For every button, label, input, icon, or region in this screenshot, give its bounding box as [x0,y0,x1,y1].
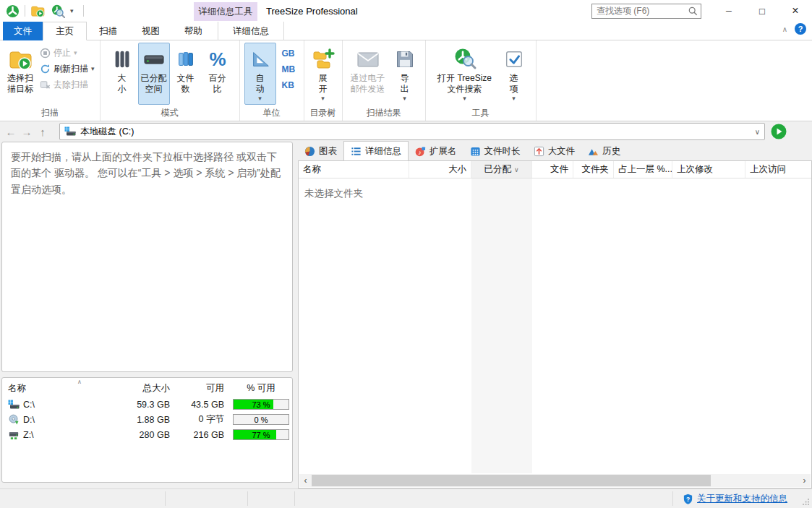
svg-text:♪: ♪ [418,148,421,155]
tab-history[interactable]: 历史 [581,142,627,160]
scan-small-buttons: 停止▾ 刷新扫描▾ 去除扫描 [38,43,97,92]
drives-col-total[interactable]: 总大小 [111,382,176,395]
tab-file-age[interactable]: 文件时长 [463,142,527,160]
col-last-modified[interactable]: 上次修改 [672,161,745,178]
cd-drive-icon [8,414,20,425]
tab-file[interactable]: 文件 [3,22,43,40]
col-files[interactable]: 文件 [532,161,573,178]
scroll-left-icon[interactable]: ‹ [299,474,312,487]
scrollbar-track[interactable] [312,474,798,487]
sort-dropdown-icon: ∨ [514,166,519,173]
start-scan-button[interactable] [771,124,787,139]
col-name[interactable]: 名称 [299,161,409,178]
drive-free: 216 GB [176,430,230,440]
unit-auto-button[interactable]: 自 动▾ [244,43,276,105]
tab-top-files[interactable]: 大文件 [527,142,582,160]
mode-percent-button[interactable]: % 百分 比 [202,43,234,105]
col-last-accessed[interactable]: 上次访问 [745,161,811,178]
help-button[interactable]: ? [795,23,806,35]
tab-scan[interactable]: 扫描 [87,22,129,40]
remove-scan-button[interactable]: 去除扫描 [38,77,97,92]
size-bars-icon [110,47,134,72]
drives-header: ∧ 名称 总大小 可用 % 可用 [2,378,292,397]
tab-details-view[interactable]: 详细信息 [343,141,409,160]
open-file-search-button[interactable]: 打开 TreeSize 文件搜索▾ [432,43,498,105]
tab-details[interactable]: 详细信息 [218,22,284,40]
update-info: ? 关于更新和支持的信息 [683,489,787,508]
status-separator [672,491,673,506]
mode-file-count-button[interactable]: 文件 数 [170,43,202,105]
collapse-ribbon-button[interactable]: ∧ [782,25,787,33]
path-combobox[interactable]: 本地磁盘 (C:) ∨ [59,123,765,140]
group-label-tree: 目录树 [304,107,342,119]
toolbar-separator [83,5,84,17]
scrollbar-thumb[interactable] [312,475,711,486]
current-path: 本地磁盘 (C:) [80,126,751,138]
expand-button[interactable]: 展 开▾ [307,43,339,105]
forward-button[interactable]: → [19,123,35,140]
ribbon-group-tree: 展 开▾ 目录树 [304,40,343,121]
details-columns: 名称 大小 已分配∨ 文件 文件夹 占上一层 %... 上次修改 上次访问 [299,161,811,178]
folder-play-icon [8,47,33,72]
update-support-link[interactable]: 关于更新和支持的信息 [697,493,787,505]
stop-icon [40,48,51,59]
back-button[interactable]: ← [3,123,19,140]
details-body: 名称 大小 已分配∨ 文件 文件夹 占上一层 %... 上次修改 上次访问 未选… [298,160,812,488]
col-percent-of-parent[interactable]: 占上一层 %... [614,161,672,178]
col-folders[interactable]: 文件夹 [573,161,614,178]
drives-col-name[interactable]: 名称 [2,382,111,395]
options-button[interactable]: 选 项▾ [498,43,530,105]
folder-play-icon [30,4,45,17]
maximize-button[interactable]: □ [745,0,779,22]
minimize-button[interactable]: ─ [712,0,745,22]
tab-extensions[interactable]: ♪ 扩展名 [409,142,463,160]
group-label-results: 扫描结果 [343,107,425,119]
drive-name: C:\ [23,400,35,410]
tab-help[interactable]: 帮助 [172,22,215,40]
col-allocated[interactable]: 已分配∨ [471,161,532,178]
combobox-dropdown-icon[interactable]: ∨ [755,128,760,136]
tab-view[interactable]: 视图 [129,22,172,40]
up-button[interactable]: ↑ [35,123,51,140]
dropdown-icon: ▾ [463,95,466,102]
tab-chart[interactable]: 图表 [298,142,343,160]
tab-home[interactable]: 主页 [43,22,87,40]
search-icon [688,7,698,16]
resize-grip[interactable] [803,499,810,506]
drive-row-z[interactable]: Z:\ 280 GB 216 GB 77 % [2,427,292,442]
group-label-mode: 模式 [101,107,239,119]
find-options-search[interactable]: 查找选项 (F6) [591,4,701,19]
instructions-text: 要开始扫描，请从上面的文件夹下拉框中选择路径 或双击下面的某个 驱动器。 您可以… [11,151,281,195]
unit-gb-button[interactable]: GB [279,46,301,61]
scroll-right-icon[interactable]: › [798,474,811,487]
drive-row-d[interactable]: D:\ 1.88 GB 0 字节 0 % [2,412,292,427]
free-space-bar: 73 % [233,399,289,410]
horizontal-scrollbar[interactable]: ‹ › [299,474,811,487]
unit-kb-button[interactable]: KB [279,77,301,92]
unit-mb-button[interactable]: MB [279,61,301,77]
drives-col-free[interactable]: 可用 [176,382,230,395]
dropdown-icon: ▾ [403,95,406,102]
send-email-button[interactable]: 通过电子 邮件发送 [347,43,389,105]
close-button[interactable]: × [779,0,812,22]
qat-dropdown-icon[interactable]: ▾ [70,7,79,14]
col-size[interactable]: 大小 [409,161,471,178]
play-icon [771,124,787,139]
quick-search-button[interactable] [50,2,66,20]
ribbon-group-unit: 自 动▾ GB MB KB 单位 [240,40,304,121]
drives-col-pct[interactable]: % 可用 [230,382,292,395]
refresh-scan-button[interactable]: 刷新扫描▾ [38,61,97,76]
stop-scan-button[interactable]: 停止▾ [38,46,97,60]
select-scan-target-button[interactable]: 选择扫 描目标 [4,43,36,105]
quick-scan-button[interactable] [30,2,46,20]
list-icon [351,146,362,157]
ribbon-group-results: 通过电子 邮件发送 导 出▾ 扫描结果 [343,40,426,121]
title-bar: ▾ 详细信息工具 TreeSize Professional 查找选项 (F6)… [0,0,812,22]
details-panel: 图表 详细信息 ♪ 扩展名 文件时长 大文件 [298,142,812,488]
ribbon-group-scan: 选择扫 描目标 停止▾ 刷新扫描▾ 去除扫描 扫描 [0,40,101,121]
drive-row-c[interactable]: C:\ 59.3 GB 43.5 GB 73 % [2,397,292,412]
mode-allocated-button[interactable]: 已分配 空间 [138,43,170,105]
export-button[interactable]: 导 出▾ [389,43,421,105]
ribbon-tab-row: 文件 主页 扫描 视图 帮助 详细信息 [0,22,812,40]
mode-size-button[interactable]: 大 小 [106,43,138,105]
